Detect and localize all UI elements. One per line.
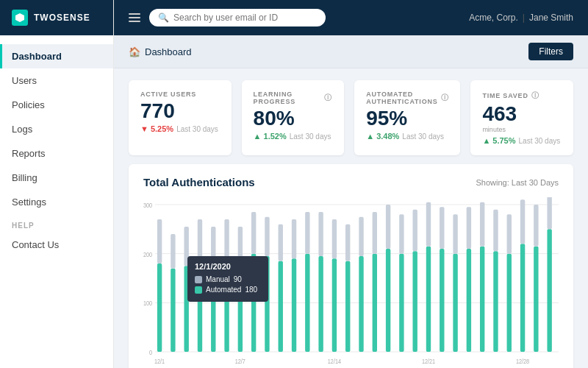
svg-rect-40 [359, 217, 363, 256]
svg-rect-30 [292, 219, 296, 258]
svg-text:0: 0 [149, 349, 152, 356]
svg-rect-55 [467, 249, 471, 352]
svg-rect-42 [373, 212, 377, 254]
search-icon: 🔍 [158, 13, 169, 23]
svg-text:12/7: 12/7 [235, 358, 246, 365]
svg-rect-49 [426, 247, 431, 352]
svg-rect-60 [493, 210, 498, 252]
header-user-info: Acme, Corp. | Jane Smith [469, 13, 573, 23]
header: 🔍 Acme, Corp. | Jane Smith [114, 0, 588, 35]
metric-label: AUTOMATED AUTHENTICATIONS ⓘ [366, 91, 448, 105]
svg-rect-10 [157, 219, 162, 263]
svg-text:12/28: 12/28 [516, 358, 530, 365]
metric-period: Last 30 days [519, 137, 561, 145]
sidebar-item-billing[interactable]: Billing [0, 166, 113, 190]
chart-svg: 010020030012/112/712/1412/2112/28 [143, 197, 559, 367]
svg-rect-65 [534, 247, 538, 352]
info-icon[interactable]: ⓘ [324, 93, 332, 103]
filters-button[interactable]: Filters [528, 43, 573, 60]
svg-text:200: 200 [143, 251, 152, 258]
svg-rect-24 [251, 212, 256, 254]
svg-rect-35 [332, 258, 337, 352]
svg-rect-39 [359, 256, 363, 352]
search-box: 🔍 [149, 9, 326, 26]
info-icon[interactable]: ⓘ [441, 93, 449, 103]
svg-rect-20 [224, 219, 229, 258]
svg-rect-68 [547, 197, 551, 229]
sidebar-item-settings[interactable]: Settings [0, 190, 113, 214]
logo-icon [12, 10, 28, 26]
help-section-label: HELP [0, 214, 113, 233]
breadcrumb-bar: 🏠 Dashboard Filters [114, 35, 588, 68]
svg-rect-63 [520, 244, 525, 352]
svg-rect-12 [171, 234, 175, 269]
svg-rect-34 [318, 212, 323, 256]
sidebar-item-dashboard[interactable]: Dashboard [0, 44, 113, 68]
breadcrumb: 🏠 Dashboard [129, 46, 192, 57]
svg-rect-22 [238, 227, 243, 261]
sidebar-item-reports[interactable]: Reports [0, 141, 113, 166]
svg-rect-29 [292, 258, 296, 352]
sidebar-item-users[interactable]: Users [0, 68, 113, 93]
svg-rect-57 [480, 247, 484, 352]
logo-text: TWOSENSE [34, 13, 90, 23]
sidebar-item-logs[interactable]: Logs [0, 117, 113, 141]
svg-rect-47 [412, 251, 417, 352]
change-arrow: ▲ 5.75% [482, 136, 515, 145]
chart-header: Total Authentications Showing: Last 30 D… [143, 176, 559, 188]
content-area: 🏠 Dashboard Filters ACTIVE USERS 770 ▼ 5… [114, 35, 588, 368]
change-arrow: ▼ 5.25% [140, 124, 173, 133]
metric-label: ACTIVE USERS [140, 91, 220, 98]
sidebar-item-policies[interactable]: Policies [0, 93, 113, 117]
metric-period: Last 30 days [402, 132, 444, 141]
svg-rect-36 [332, 219, 337, 258]
svg-rect-66 [534, 205, 538, 247]
metric-card-learning-progress: LEARNING PROGRESS ⓘ 80% ▲ 1.52% Last 30 … [242, 80, 345, 155]
sidebar-item-contact-us[interactable]: Contact Us [0, 233, 113, 257]
metric-card-time-saved: TIME SAVED ⓘ 463 minutes ▲ 5.75% Last 30… [470, 80, 573, 155]
svg-rect-61 [507, 254, 512, 352]
svg-rect-46 [399, 214, 404, 253]
svg-rect-17 [211, 263, 215, 352]
svg-rect-58 [480, 202, 484, 247]
svg-rect-25 [265, 256, 269, 352]
sidebar: TWOSENSE Dashboard Users Policies Logs R… [0, 0, 114, 368]
metric-value: 770 [140, 101, 220, 121]
user-name: Jane Smith [529, 13, 573, 23]
metric-period: Last 30 days [290, 132, 331, 141]
metric-value: 80% [254, 108, 333, 129]
svg-rect-9 [157, 263, 162, 352]
hamburger-menu[interactable] [129, 13, 140, 22]
svg-rect-27 [279, 261, 283, 352]
metric-change: ▲ 5.75% Last 30 days [482, 136, 562, 145]
metric-change: ▲ 1.52% Last 30 days [254, 132, 333, 141]
svg-rect-51 [440, 249, 444, 352]
svg-rect-33 [318, 256, 323, 352]
svg-rect-18 [211, 227, 215, 263]
svg-rect-67 [547, 229, 551, 352]
sidebar-navigation: Dashboard Users Policies Logs Reports Bi… [0, 35, 113, 368]
change-arrow: ▲ 3.48% [366, 132, 399, 141]
metric-sub: minutes [482, 126, 562, 133]
search-input[interactable] [173, 13, 317, 23]
home-icon: 🏠 [129, 46, 140, 57]
svg-rect-41 [373, 254, 377, 352]
svg-rect-45 [399, 254, 404, 352]
svg-rect-54 [453, 214, 457, 253]
svg-rect-19 [224, 258, 229, 352]
info-icon[interactable]: ⓘ [531, 91, 539, 101]
svg-rect-32 [305, 212, 309, 254]
svg-rect-50 [426, 202, 431, 247]
metric-change: ▼ 5.25% Last 30 days [140, 124, 220, 133]
svg-rect-13 [184, 266, 188, 352]
chart-title: Total Authentications [143, 176, 255, 188]
svg-rect-21 [238, 261, 243, 352]
user-divider: | [523, 13, 525, 23]
svg-rect-62 [507, 214, 512, 253]
svg-rect-16 [198, 219, 202, 261]
metric-value: 463 [482, 104, 562, 124]
svg-text:12/1: 12/1 [154, 358, 165, 365]
metric-card-automated-auth: AUTOMATED AUTHENTICATIONS ⓘ 95% ▲ 3.48% … [354, 80, 460, 155]
metric-value: 95% [366, 108, 448, 129]
svg-rect-52 [440, 207, 444, 249]
